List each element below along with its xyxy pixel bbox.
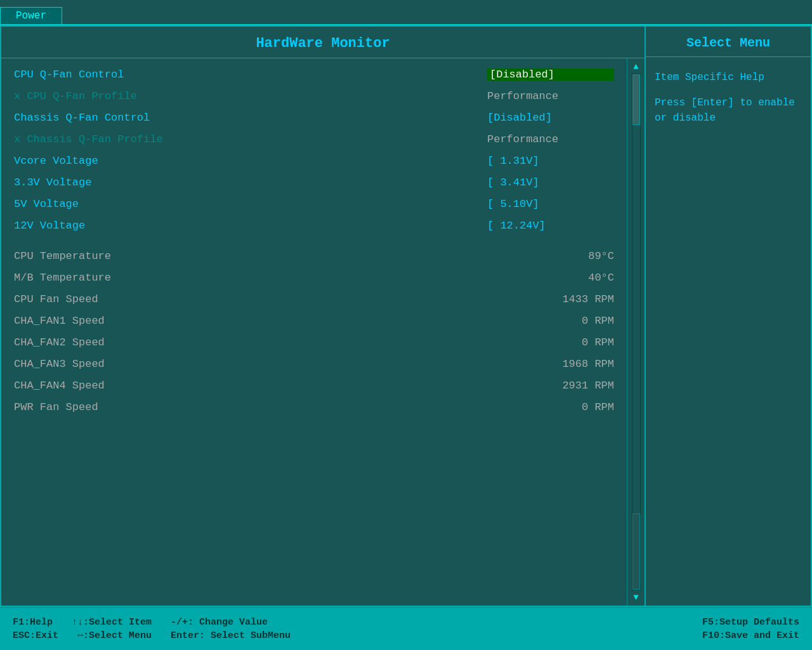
main-content: HardWare Monitor CPU Q-Fan Control [Disa…: [0, 25, 812, 607]
label-cpu-temp: CPU Temperature: [14, 250, 487, 262]
scroll-thumb-top: [632, 74, 640, 125]
value-cha-fan4: 2931 RPM: [487, 380, 614, 392]
menu-row-3v3[interactable]: 3.3V Voltage [ 3.41V]: [1, 171, 627, 193]
value-chassis-qfan-control: [Disabled]: [487, 112, 614, 124]
scrollbar[interactable]: ▲ ▼: [627, 58, 645, 606]
value-5v: [ 5.10V]: [487, 198, 614, 210]
menu-row-12v[interactable]: 12V Voltage [ 12.24V]: [1, 215, 627, 236]
footer-f5: F5:Setup Defaults: [702, 617, 799, 628]
label-cha-fan2: CHA_FAN2 Speed: [14, 336, 487, 348]
label-cha-fan1: CHA_FAN1 Speed: [14, 315, 487, 327]
menu-row-cha-fan4: CHA_FAN4 Speed 2931 RPM: [1, 375, 627, 396]
value-vcore: [ 1.31V]: [487, 155, 614, 167]
menu-row-mb-temp: M/B Temperature 40°C: [1, 267, 627, 288]
label-12v: 12V Voltage: [14, 220, 487, 232]
menu-row-5v[interactable]: 5V Voltage [ 5.10V]: [1, 193, 627, 215]
label-3v3: 3.3V Voltage: [14, 176, 487, 189]
footer-change-value: -/+: Change Value: [171, 617, 268, 628]
tab-power-label: Power: [16, 10, 46, 22]
value-12v: [ 12.24V]: [487, 220, 614, 232]
value-cpu-qfan-profile: Performance: [487, 90, 614, 102]
footer-right: F5:Setup Defaults F10:Save and Exit: [702, 617, 799, 641]
select-menu-title: Select Menu: [646, 27, 811, 57]
label-chassis-qfan-profile: x Chassis Q-Fan Profile: [14, 133, 487, 145]
bios-screen: Power HardWare Monitor CPU Q-Fan Control…: [0, 0, 812, 650]
item-specific-help-title: Item Specific Help: [655, 70, 802, 85]
label-cha-fan4: CHA_FAN4 Speed: [14, 380, 487, 392]
menu-row-cpu-qfan-profile: x CPU Q-Fan Profile Performance: [1, 85, 627, 107]
tab-power[interactable]: Power: [0, 7, 62, 24]
content-scroll-area: CPU Q-Fan Control [Disabled] x CPU Q-Fan…: [1, 58, 645, 606]
value-mb-temp: 40°C: [487, 272, 614, 284]
label-5v: 5V Voltage: [14, 198, 487, 210]
menu-row-cha-fan3: CHA_FAN3 Speed 1968 RPM: [1, 353, 627, 375]
tab-bar: Power: [0, 0, 812, 25]
menu-row-cpu-temp: CPU Temperature 89°C: [1, 245, 627, 267]
label-vcore: Vcore Voltage: [14, 155, 487, 167]
footer-arrows-select-item: ↑↓:Select Item: [72, 617, 152, 628]
menu-row-pwr-fan: PWR Fan Speed 0 RPM: [1, 396, 627, 418]
help-content: Item Specific Help Press [Enter] to enab…: [646, 57, 811, 149]
menu-row-chassis-qfan-profile: x Chassis Q-Fan Profile Performance: [1, 128, 627, 150]
value-3v3: [ 3.41V]: [487, 176, 614, 189]
footer-help: F1:Help ↑↓:Select Item -/+: Change Value…: [13, 617, 702, 641]
scroll-down-arrow[interactable]: ▼: [633, 593, 638, 602]
left-panel: HardWare Monitor CPU Q-Fan Control [Disa…: [1, 27, 646, 606]
label-cpu-qfan-profile: x CPU Q-Fan Profile: [14, 90, 487, 102]
scroll-thumb-bottom: [632, 514, 640, 590]
help-text: Press [Enter] to enable or disable: [655, 95, 802, 126]
footer-enter-submenu: Enter: Select SubMenu: [171, 630, 291, 641]
footer-f1: F1:Help: [13, 617, 53, 628]
value-cpu-temp: 89°C: [487, 250, 614, 262]
label-mb-temp: M/B Temperature: [14, 272, 487, 284]
value-cpu-qfan-control: [Disabled]: [487, 69, 614, 81]
menu-row-cpu-qfan-control[interactable]: CPU Q-Fan Control [Disabled]: [1, 63, 627, 85]
label-cpu-qfan-control: CPU Q-Fan Control: [14, 69, 487, 81]
value-chassis-qfan-profile: Performance: [487, 133, 614, 145]
menu-row-cha-fan2: CHA_FAN2 Speed 0 RPM: [1, 331, 627, 353]
footer-row-1: F1:Help ↑↓:Select Item -/+: Change Value: [13, 617, 702, 628]
footer-esc: ESC:Exit: [13, 630, 58, 641]
menu-row-cpu-fan: CPU Fan Speed 1433 RPM: [1, 288, 627, 310]
separator: [1, 236, 627, 245]
label-cha-fan3: CHA_FAN3 Speed: [14, 358, 487, 370]
items-area: CPU Q-Fan Control [Disabled] x CPU Q-Fan…: [1, 58, 627, 606]
scroll-up-arrow[interactable]: ▲: [633, 62, 638, 71]
value-cha-fan3: 1968 RPM: [487, 358, 614, 370]
menu-row-chassis-qfan-control[interactable]: Chassis Q-Fan Control [Disabled]: [1, 107, 627, 128]
menu-row-cha-fan1: CHA_FAN1 Speed 0 RPM: [1, 310, 627, 331]
footer-arrows-select-menu: ↔:Select Menu: [77, 630, 152, 641]
label-cpu-fan: CPU Fan Speed: [14, 293, 487, 305]
label-chassis-qfan-control: Chassis Q-Fan Control: [14, 112, 487, 124]
menu-row-vcore[interactable]: Vcore Voltage [ 1.31V]: [1, 150, 627, 171]
scroll-track: [632, 74, 641, 590]
label-pwr-fan: PWR Fan Speed: [14, 401, 487, 413]
footer-f10: F10:Save and Exit: [702, 630, 799, 641]
right-panel: Select Menu Item Specific Help Press [En…: [646, 27, 811, 606]
value-cha-fan2: 0 RPM: [487, 336, 614, 348]
value-cha-fan1: 0 RPM: [487, 315, 614, 327]
footer-bar: F1:Help ↑↓:Select Item -/+: Change Value…: [0, 607, 812, 650]
value-pwr-fan: 0 RPM: [487, 401, 614, 413]
value-cpu-fan: 1433 RPM: [487, 293, 614, 305]
hardware-monitor-title: HardWare Monitor: [1, 27, 645, 58]
footer-row-2: ESC:Exit ↔:Select Menu Enter: Select Sub…: [13, 630, 702, 641]
